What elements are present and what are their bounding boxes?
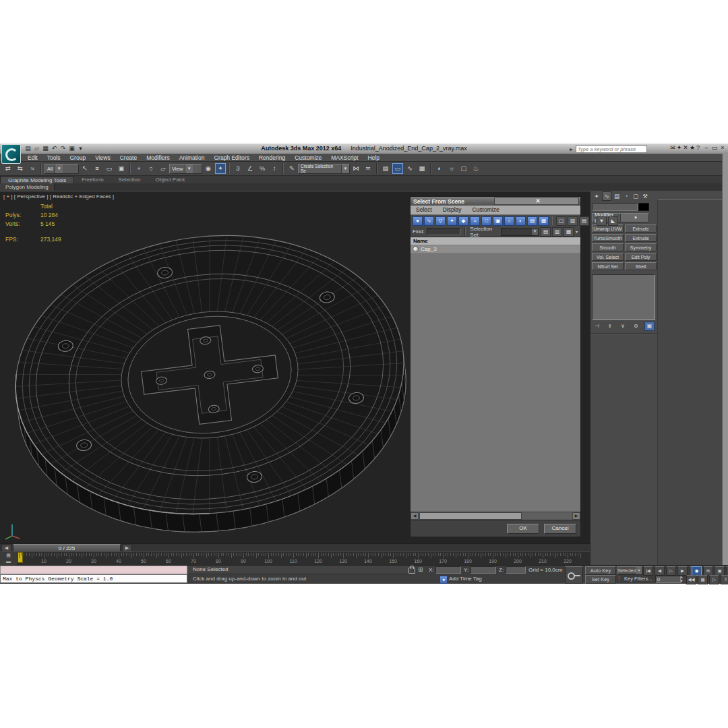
modifier-button[interactable]: Symmetry [625,243,657,251]
y-coordinate-field[interactable] [471,566,496,574]
display-frozen-icon[interactable]: ▤ [527,216,537,226]
mirror-icon[interactable]: ⋈ [351,163,361,174]
rect-region-icon[interactable]: ▭ [104,163,115,174]
scene-object-list[interactable]: Cap_3 [411,245,580,512]
display-xrefs-icon[interactable]: ▣ [493,216,503,226]
restore-icon[interactable]: ▭ [711,144,718,151]
chevron-down-icon[interactable]: ▼ [341,164,349,173]
close-icon[interactable]: × [719,144,726,151]
menu-item[interactable]: Views [90,154,115,161]
expand-icon[interactable]: ▾ [576,229,578,234]
redo-icon[interactable]: ↷ [59,145,67,152]
chevron-down-icon[interactable]: ▼ [532,229,538,235]
material-editor-icon[interactable]: ◐ [434,163,445,174]
hierarchy-tab-icon[interactable]: ▤ [613,192,621,200]
close-icon[interactable]: ✕ [494,198,579,205]
zoom-all-icon[interactable]: ⊞ [703,566,713,576]
spinner-snap-icon[interactable]: ↕ [269,163,280,174]
zoom-extents-icon[interactable]: ▣ [715,566,725,576]
modifier-button[interactable]: Extrude [625,224,657,233]
undo-icon[interactable]: ↶ [51,145,58,152]
percent-snap-icon[interactable]: % [257,163,268,174]
schematic-view-icon[interactable]: ▦ [417,163,427,174]
zoom-icon[interactable]: ◉ [692,566,702,576]
selection-set-dropdown[interactable]: ▼ [501,228,539,236]
menu-item[interactable]: Tools [42,154,65,161]
display-groups-icon[interactable]: □ [481,216,491,226]
add-time-tag[interactable]: Add Time Tag [449,575,482,582]
ok-button[interactable]: OK [507,524,539,534]
x-coordinate-field[interactable] [435,566,461,574]
track-bar[interactable]: ▦▬ 1020304050607080901001101201301401501… [0,551,590,566]
key-mode-icon[interactable]: ◀◀ [686,575,696,584]
ribbon-tab[interactable]: Object Paint [148,176,193,183]
select-move-icon[interactable]: + [133,163,144,174]
edit-named-sets-icon[interactable]: ✎ [286,163,297,174]
utilities-tab-icon[interactable]: ⚒ [641,192,649,200]
menu-item[interactable]: Edit [23,154,42,161]
select-by-name-icon[interactable]: ≡ [92,163,102,174]
object-color-swatch[interactable] [638,203,649,211]
modifier-button[interactable]: NSurf Sel [592,262,624,270]
set-key-button[interactable]: Set Key [585,575,616,584]
ribbon-tab[interactable]: Freeform [74,176,111,183]
chevron-down-icon[interactable]: ▼ [620,214,648,222]
show-end-result-icon[interactable]: ‖ [605,322,614,330]
display-bones-icon[interactable]: ○ [504,216,514,226]
go-start-icon[interactable]: |◀ [643,566,653,576]
ribbon-toggle-icon[interactable]: ▭ [392,163,403,174]
menu-item[interactable]: Customize [290,154,326,161]
unlink-selection-icon[interactable]: ⇆ [15,163,26,174]
z-coordinate-field[interactable] [506,566,526,574]
scroll-left-icon[interactable]: ◀ [411,512,419,520]
select-manipulate-icon[interactable]: ✦ [215,163,226,174]
modifier-button[interactable]: Shell [625,262,657,270]
dialog-menu-item[interactable]: Select [411,206,437,214]
configure-sets-icon[interactable]: ▣ [644,322,655,331]
next-frame-icon[interactable]: ▶ [677,566,688,576]
new-scene-icon[interactable]: ▤ [24,145,32,152]
modifier-stack[interactable] [592,274,655,320]
max-logo-button[interactable] [1,144,21,164]
play-icon[interactable]: ▷ [666,566,676,576]
ribbon-tab[interactable]: Graphite Modeling Tools [0,176,74,183]
render-production-icon[interactable]: ♨ [471,163,481,174]
time-config-icon[interactable]: ▦ [698,575,708,584]
align-icon[interactable]: ≍ [363,163,373,174]
motion-tab-icon[interactable]: ◔ [622,192,630,200]
menu-item[interactable]: Modifiers [142,154,174,161]
select-rotate-icon[interactable]: ○ [146,163,156,174]
menu-item[interactable]: Rendering [254,154,290,161]
absolute-mode-icon[interactable]: ⊞ [418,566,423,573]
use-center-icon[interactable]: ◉ [203,163,214,174]
menu-item[interactable]: Graph Editors [209,154,253,161]
prev-frame-icon[interactable]: ◀ [655,566,665,576]
make-unique-icon[interactable]: ∨ [619,322,628,330]
rendered-frame-icon[interactable]: ▢ [458,163,469,174]
display-influences-icon[interactable]: ▥ [568,216,578,226]
open-file-icon[interactable]: ▱ [33,145,40,152]
minimize-icon[interactable]: – [703,144,710,151]
display-tab-icon[interactable]: ▢ [632,192,640,200]
chevron-down-icon[interactable]: ▼ [636,567,642,574]
key-mode-dropdown[interactable]: Selected▼ [617,566,642,575]
panel-scrollbar[interactable] [722,154,728,565]
display-children-icon[interactable]: ▢ [556,216,566,226]
create-tab-icon[interactable]: ✦ [593,192,601,200]
dialog-menu-item[interactable]: Display [437,206,467,214]
wrench-icon[interactable]: ✦ [677,144,682,151]
search-input[interactable] [576,145,647,153]
selection-lock-icon[interactable] [408,568,415,574]
layer-manager-icon[interactable]: ▤ [380,163,391,174]
dialog-menu-item[interactable]: Customize [467,206,505,214]
open-mini-curve-editor-icon[interactable]: ▦▬ [0,552,18,566]
render-setup-icon[interactable]: ☼ [446,163,457,174]
tab-polygon-modeling[interactable]: Polygon Modeling [0,183,55,191]
add-to-set-icon[interactable]: ▥ [552,227,562,237]
communication-center-icon[interactable]: ✉ [670,144,675,151]
list-item[interactable]: Cap_3 [411,245,580,253]
selection-filter-dropdown[interactable]: All▼ [44,164,79,174]
current-frame-field[interactable]: 0 [655,576,681,583]
auto-key-button[interactable]: Auto Key [585,566,616,575]
qat-dropdown-icon[interactable]: ▾ [77,145,84,152]
